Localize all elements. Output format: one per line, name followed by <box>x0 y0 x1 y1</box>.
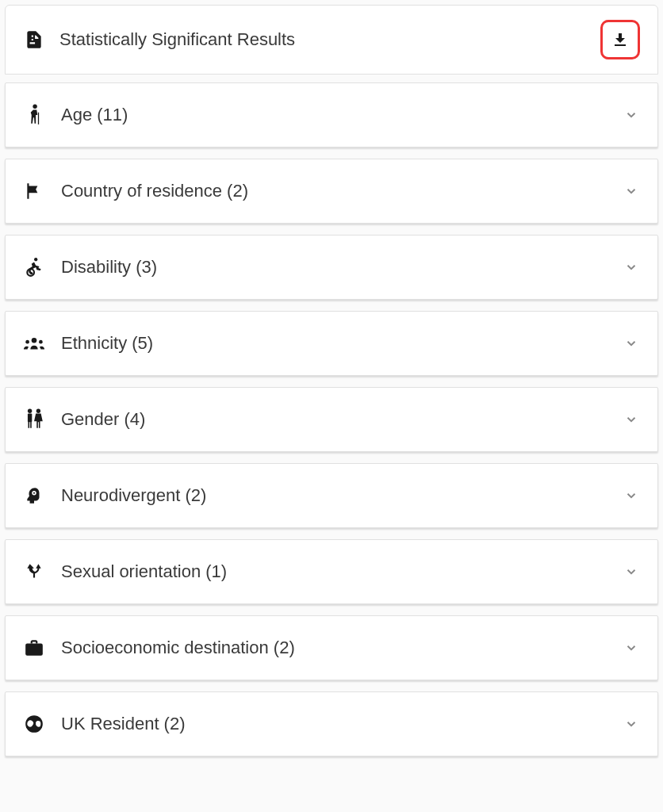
category-left: Age (11) <box>23 104 128 126</box>
category-left: UK Resident (2) <box>23 713 186 735</box>
chevron-down-icon <box>623 715 640 733</box>
wheelchair-icon <box>23 256 45 278</box>
head-cog-icon <box>23 485 45 507</box>
category-label: Ethnicity (5) <box>61 333 153 354</box>
category-left: Neurodivergent (2) <box>23 485 206 507</box>
category-age[interactable]: Age (11) <box>5 82 658 147</box>
category-label: Disability (3) <box>61 257 157 278</box>
globe-icon <box>23 713 45 735</box>
svg-point-4 <box>32 338 37 343</box>
category-neurodivergent[interactable]: Neurodivergent (2) <box>5 463 658 528</box>
category-label: Country of residence (2) <box>61 181 248 201</box>
category-left: Ethnicity (5) <box>23 332 153 354</box>
chevron-down-icon <box>623 182 640 200</box>
category-sexual-orientation[interactable]: Sexual orientation (1) <box>5 539 658 604</box>
category-left: Disability (3) <box>23 256 157 278</box>
svg-point-5 <box>25 340 29 344</box>
chevron-down-icon <box>623 487 640 504</box>
svg-rect-8 <box>28 413 32 422</box>
panel-title: Statistically Significant Results <box>59 29 295 50</box>
svg-rect-10 <box>30 421 32 428</box>
category-label: UK Resident (2) <box>61 714 186 734</box>
person-cane-icon <box>23 104 45 126</box>
svg-point-13 <box>33 492 35 494</box>
header-left: Statistically Significant Results <box>23 29 295 51</box>
category-label: Age (11) <box>61 105 128 125</box>
category-uk-resident[interactable]: UK Resident (2) <box>5 691 658 756</box>
category-country[interactable]: Country of residence (2) <box>5 159 658 224</box>
chevron-down-icon <box>623 563 640 580</box>
category-label: Socioeconomic destination (2) <box>61 638 295 658</box>
svg-point-2 <box>34 258 37 261</box>
download-icon <box>611 30 630 49</box>
category-socioeconomic[interactable]: Socioeconomic destination (2) <box>5 615 658 680</box>
chevron-down-icon <box>623 335 640 352</box>
flag-icon <box>23 180 45 202</box>
category-gender[interactable]: Gender (4) <box>5 387 658 452</box>
groups-icon <box>23 332 45 354</box>
category-left: Gender (4) <box>23 408 145 431</box>
svg-rect-1 <box>38 113 39 124</box>
svg-rect-9 <box>28 421 29 428</box>
panel-header: Statistically Significant Results <box>5 5 658 75</box>
category-label: Gender (4) <box>61 409 145 430</box>
chevron-down-icon <box>623 106 640 124</box>
svg-point-0 <box>33 105 36 109</box>
category-left: Country of residence (2) <box>23 180 248 202</box>
document-icon <box>23 29 45 51</box>
category-disability[interactable]: Disability (3) <box>5 235 658 300</box>
category-left: Socioeconomic destination (2) <box>23 637 295 659</box>
people-icon <box>23 408 45 431</box>
category-left: Sexual orientation (1) <box>23 561 227 583</box>
svg-point-6 <box>39 340 43 344</box>
chevron-down-icon <box>623 259 640 276</box>
svg-rect-14 <box>25 644 43 656</box>
chevron-down-icon <box>623 639 640 657</box>
category-label: Sexual orientation (1) <box>61 561 227 582</box>
category-label: Neurodivergent (2) <box>61 485 206 506</box>
briefcase-icon <box>23 637 45 659</box>
category-ethnicity[interactable]: Ethnicity (5) <box>5 311 658 376</box>
svg-point-7 <box>28 409 32 413</box>
svg-point-11 <box>36 409 40 413</box>
chevron-down-icon <box>623 411 640 428</box>
download-button[interactable] <box>600 20 640 59</box>
branch-icon <box>23 561 45 583</box>
results-panel: Statistically Significant Results Age (1… <box>5 5 658 756</box>
